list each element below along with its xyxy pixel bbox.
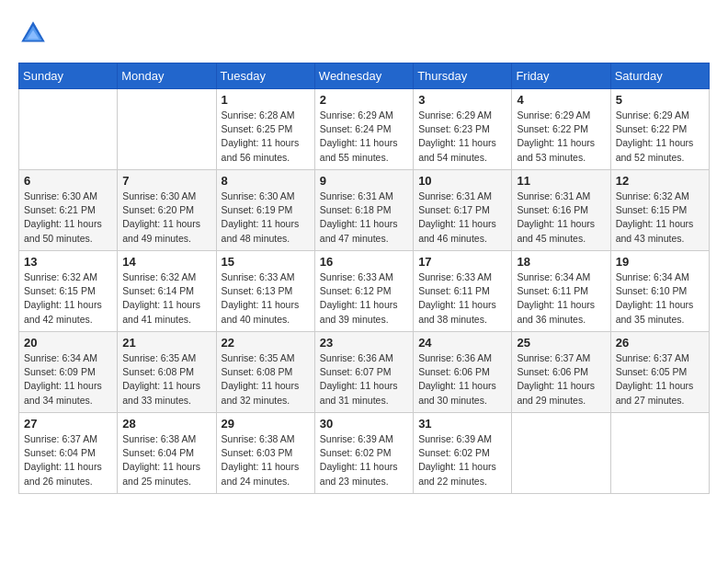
day-info: Sunrise: 6:37 AMSunset: 6:06 PMDaylight:… (517, 351, 605, 408)
cell-1-4: 10Sunrise: 6:31 AMSunset: 6:17 PMDayligh… (414, 170, 512, 251)
day-number: 15 (222, 255, 310, 269)
calendar-table: SundayMondayTuesdayWednesdayThursdayFrid… (18, 63, 710, 494)
day-number: 10 (418, 174, 506, 188)
day-number: 20 (24, 336, 112, 350)
cell-1-1: 7Sunrise: 6:30 AMSunset: 6:20 PMDaylight… (118, 170, 216, 251)
day-info: Sunrise: 6:36 AMSunset: 6:06 PMDaylight:… (418, 351, 506, 408)
page-header (18, 18, 710, 48)
cell-2-0: 13Sunrise: 6:32 AMSunset: 6:15 PMDayligh… (19, 251, 118, 332)
day-info: Sunrise: 6:30 AMSunset: 6:21 PMDaylight:… (24, 190, 112, 246)
day-number: 2 (320, 93, 408, 107)
week-row-3: 13Sunrise: 6:32 AMSunset: 6:15 PMDayligh… (19, 251, 710, 332)
cell-4-3: 30Sunrise: 6:39 AMSunset: 6:02 PMDayligh… (314, 413, 413, 494)
header-thursday: Thursday (414, 63, 512, 89)
header-monday: Monday (118, 63, 216, 89)
week-row-1: 1Sunrise: 6:28 AMSunset: 6:25 PMDaylight… (19, 89, 710, 170)
calendar-header: SundayMondayTuesdayWednesdayThursdayFrid… (19, 63, 710, 89)
cell-4-6 (610, 413, 709, 494)
cell-1-6: 12Sunrise: 6:32 AMSunset: 6:15 PMDayligh… (610, 170, 709, 251)
day-number: 8 (222, 174, 310, 188)
day-number: 30 (320, 417, 408, 431)
day-number: 12 (616, 174, 704, 188)
day-info: Sunrise: 6:38 AMSunset: 6:03 PMDaylight:… (222, 432, 310, 488)
day-info: Sunrise: 6:34 AMSunset: 6:10 PMDaylight:… (616, 270, 704, 327)
day-number: 26 (616, 336, 704, 350)
day-info: Sunrise: 6:39 AMSunset: 6:02 PMDaylight:… (418, 432, 506, 488)
day-info: Sunrise: 6:32 AMSunset: 6:15 PMDaylight:… (24, 270, 112, 327)
day-number: 29 (222, 417, 310, 431)
logo-icon (18, 18, 48, 48)
day-info: Sunrise: 6:31 AMSunset: 6:18 PMDaylight:… (320, 190, 408, 246)
cell-3-6: 26Sunrise: 6:37 AMSunset: 6:05 PMDayligh… (610, 332, 709, 413)
day-number: 3 (418, 93, 506, 107)
day-number: 7 (122, 174, 210, 188)
day-info: Sunrise: 6:36 AMSunset: 6:07 PMDaylight:… (320, 351, 408, 408)
cell-4-5 (512, 413, 610, 494)
day-info: Sunrise: 6:30 AMSunset: 6:20 PMDaylight:… (122, 190, 210, 246)
day-number: 24 (418, 336, 506, 350)
cell-4-1: 28Sunrise: 6:38 AMSunset: 6:04 PMDayligh… (118, 413, 216, 494)
cell-2-6: 19Sunrise: 6:34 AMSunset: 6:10 PMDayligh… (610, 251, 709, 332)
day-info: Sunrise: 6:29 AMSunset: 6:24 PMDaylight:… (320, 109, 408, 165)
day-number: 16 (320, 255, 408, 269)
header-friday: Friday (512, 63, 610, 89)
day-info: Sunrise: 6:34 AMSunset: 6:09 PMDaylight:… (24, 351, 112, 408)
cell-1-0: 6Sunrise: 6:30 AMSunset: 6:21 PMDaylight… (19, 170, 118, 251)
day-number: 13 (24, 255, 112, 269)
day-number: 18 (517, 255, 605, 269)
cell-2-4: 17Sunrise: 6:33 AMSunset: 6:11 PMDayligh… (414, 251, 512, 332)
day-number: 27 (24, 417, 112, 431)
cell-3-5: 25Sunrise: 6:37 AMSunset: 6:06 PMDayligh… (512, 332, 610, 413)
cell-2-2: 15Sunrise: 6:33 AMSunset: 6:13 PMDayligh… (216, 251, 314, 332)
cell-1-3: 9Sunrise: 6:31 AMSunset: 6:18 PMDaylight… (314, 170, 413, 251)
day-number: 11 (517, 174, 605, 188)
day-number: 6 (24, 174, 112, 188)
header-row: SundayMondayTuesdayWednesdayThursdayFrid… (19, 63, 710, 89)
cell-2-3: 16Sunrise: 6:33 AMSunset: 6:12 PMDayligh… (314, 251, 413, 332)
day-number: 23 (320, 336, 408, 350)
day-info: Sunrise: 6:38 AMSunset: 6:04 PMDaylight:… (122, 432, 210, 488)
day-number: 17 (418, 255, 506, 269)
day-info: Sunrise: 6:37 AMSunset: 6:04 PMDaylight:… (24, 432, 112, 488)
header-saturday: Saturday (610, 63, 709, 89)
header-wednesday: Wednesday (314, 63, 413, 89)
cell-4-4: 31Sunrise: 6:39 AMSunset: 6:02 PMDayligh… (414, 413, 512, 494)
week-row-4: 20Sunrise: 6:34 AMSunset: 6:09 PMDayligh… (19, 332, 710, 413)
cell-2-5: 18Sunrise: 6:34 AMSunset: 6:11 PMDayligh… (512, 251, 610, 332)
day-number: 28 (122, 417, 210, 431)
day-info: Sunrise: 6:35 AMSunset: 6:08 PMDaylight:… (222, 351, 310, 408)
week-row-2: 6Sunrise: 6:30 AMSunset: 6:21 PMDaylight… (19, 170, 710, 251)
day-info: Sunrise: 6:37 AMSunset: 6:05 PMDaylight:… (616, 351, 704, 408)
cell-3-4: 24Sunrise: 6:36 AMSunset: 6:06 PMDayligh… (414, 332, 512, 413)
day-info: Sunrise: 6:29 AMSunset: 6:22 PMDaylight:… (517, 109, 605, 165)
header-sunday: Sunday (19, 63, 118, 89)
day-number: 9 (320, 174, 408, 188)
header-tuesday: Tuesday (216, 63, 314, 89)
day-info: Sunrise: 6:33 AMSunset: 6:12 PMDaylight:… (320, 270, 408, 327)
day-number: 22 (222, 336, 310, 350)
calendar-body: 1Sunrise: 6:28 AMSunset: 6:25 PMDaylight… (19, 89, 710, 494)
day-info: Sunrise: 6:31 AMSunset: 6:16 PMDaylight:… (517, 190, 605, 246)
day-info: Sunrise: 6:31 AMSunset: 6:17 PMDaylight:… (418, 190, 506, 246)
cell-3-0: 20Sunrise: 6:34 AMSunset: 6:09 PMDayligh… (19, 332, 118, 413)
day-number: 4 (517, 93, 605, 107)
cell-0-3: 2Sunrise: 6:29 AMSunset: 6:24 PMDaylight… (314, 89, 413, 170)
week-row-5: 27Sunrise: 6:37 AMSunset: 6:04 PMDayligh… (19, 413, 710, 494)
cell-0-0 (19, 89, 118, 170)
day-info: Sunrise: 6:30 AMSunset: 6:19 PMDaylight:… (222, 190, 310, 246)
day-info: Sunrise: 6:28 AMSunset: 6:25 PMDaylight:… (222, 109, 310, 165)
day-info: Sunrise: 6:33 AMSunset: 6:13 PMDaylight:… (222, 270, 310, 327)
day-number: 14 (122, 255, 210, 269)
day-info: Sunrise: 6:29 AMSunset: 6:22 PMDaylight:… (616, 109, 704, 165)
day-number: 1 (222, 93, 310, 107)
logo (18, 18, 51, 48)
day-info: Sunrise: 6:32 AMSunset: 6:15 PMDaylight:… (616, 190, 704, 246)
day-number: 25 (517, 336, 605, 350)
cell-0-1 (118, 89, 216, 170)
day-number: 31 (418, 417, 506, 431)
day-info: Sunrise: 6:34 AMSunset: 6:11 PMDaylight:… (517, 270, 605, 327)
cell-1-5: 11Sunrise: 6:31 AMSunset: 6:16 PMDayligh… (512, 170, 610, 251)
cell-3-3: 23Sunrise: 6:36 AMSunset: 6:07 PMDayligh… (314, 332, 413, 413)
day-info: Sunrise: 6:29 AMSunset: 6:23 PMDaylight:… (418, 109, 506, 165)
cell-4-2: 29Sunrise: 6:38 AMSunset: 6:03 PMDayligh… (216, 413, 314, 494)
